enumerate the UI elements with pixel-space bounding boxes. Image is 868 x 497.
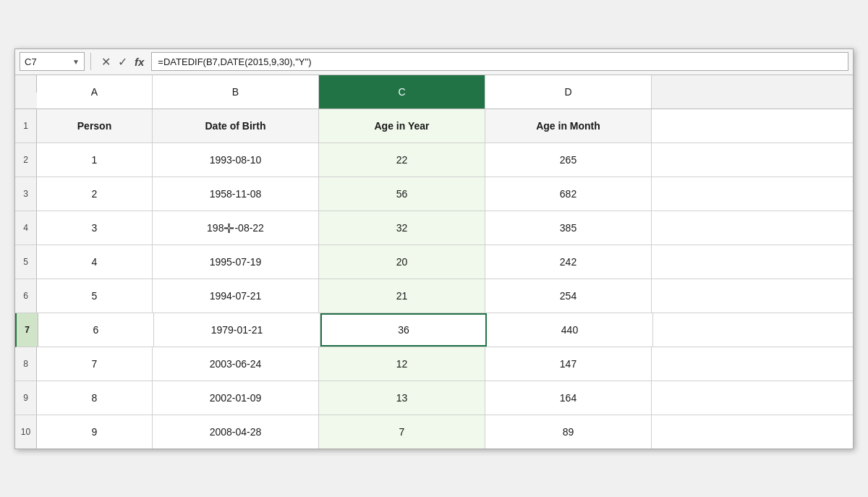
cell-d4[interactable]: 385 (485, 211, 652, 245)
data-row-2: 2 1 1993-08-10 22 265 (15, 143, 853, 177)
cell-d2[interactable]: 265 (485, 143, 652, 177)
excel-window: C7 ▼ ✕ ✓ fx A B C D 1 Person Date of Bir… (14, 48, 854, 449)
row-num-header (15, 75, 37, 93)
row-num-2: 2 (15, 143, 37, 177)
formula-bar-separator (90, 53, 91, 70)
cell-a6[interactable]: 5 (37, 279, 153, 313)
cell-b9[interactable]: 2002-01-09 (153, 381, 319, 415)
row-num-6: 6 (15, 279, 37, 313)
cell-d10[interactable]: 89 (485, 415, 652, 449)
cell-c3[interactable]: 56 (319, 177, 485, 211)
cell-b7[interactable]: 1979-01-21 (154, 313, 320, 347)
cell-d1[interactable]: Age in Month (485, 109, 652, 143)
cell-b6[interactable]: 1994-07-21 (153, 279, 319, 313)
cell-b5[interactable]: 1995-07-19 (153, 245, 319, 279)
confirm-icon[interactable]: ✓ (118, 55, 127, 69)
function-icon[interactable]: fx (135, 56, 144, 68)
cell-c5[interactable]: 20 (319, 245, 485, 279)
col-header-b[interactable]: B (153, 75, 319, 109)
cell-c1[interactable]: Age in Year (319, 109, 485, 143)
data-row-6: 6 5 1994-07-21 21 254 (15, 279, 853, 313)
cell-b10[interactable]: 2008-04-28 (153, 415, 319, 449)
cell-a2[interactable]: 1 (37, 143, 153, 177)
name-box[interactable]: C7 ▼ (20, 52, 85, 71)
cancel-icon[interactable]: ✕ (101, 55, 111, 69)
cell-b8[interactable]: 2003-06-24 (153, 347, 319, 381)
cell-d7[interactable]: 440 (487, 313, 653, 347)
cell-b3[interactable]: 1958-11-08 (153, 177, 319, 211)
col-headers: A B C D (15, 75, 853, 109)
row-num-5: 5 (15, 245, 37, 279)
cell-a7[interactable]: 6 (38, 313, 154, 347)
move-cursor-icon: ✛ (224, 221, 234, 237)
name-box-value: C7 (25, 56, 37, 67)
cell-a10[interactable]: 9 (37, 415, 153, 449)
cell-c10[interactable]: 7 (319, 415, 485, 449)
cell-a9[interactable]: 8 (37, 381, 153, 415)
formula-bar-icons: ✕ ✓ fx (101, 55, 144, 69)
cell-b1[interactable]: Date of Birth (153, 109, 319, 143)
data-row-9: 9 8 2002-01-09 13 164 (15, 381, 853, 415)
cell-b4-text: 198 (207, 222, 224, 234)
cell-d6[interactable]: 254 (485, 279, 652, 313)
row-num-1: 1 (15, 109, 37, 143)
row-num-8: 8 (15, 347, 37, 381)
col-header-a[interactable]: A (37, 75, 153, 109)
cell-b4-text2: -08-22 (234, 222, 263, 234)
col-header-d[interactable]: D (485, 75, 652, 109)
cell-b2[interactable]: 1993-08-10 (153, 143, 319, 177)
cell-a1[interactable]: Person (37, 109, 153, 143)
row-num-7: 7 (17, 313, 38, 347)
name-box-arrow[interactable]: ▼ (72, 58, 80, 66)
cell-d8[interactable]: 147 (485, 347, 652, 381)
spreadsheet-body: 1 Person Date of Birth Age in Year Age i… (15, 109, 853, 449)
data-row-7: 7 6 1979-01-21 36 440 (15, 313, 853, 347)
row-num-4: 4 (15, 211, 37, 245)
formula-bar: C7 ▼ ✕ ✓ fx (15, 49, 853, 75)
data-row-4: 4 3 198✛-08-22 32 385 (15, 211, 853, 245)
data-row-8: 8 7 2003-06-24 12 147 (15, 347, 853, 381)
cell-a8[interactable]: 7 (37, 347, 153, 381)
spreadsheet: A B C D 1 Person Date of Birth Age in Ye… (15, 75, 853, 449)
cell-d5[interactable]: 242 (485, 245, 652, 279)
cell-c7[interactable]: 36 (320, 313, 487, 347)
cell-d3[interactable]: 682 (485, 177, 652, 211)
col-header-c[interactable]: C (319, 75, 485, 109)
data-row-10: 10 9 2008-04-28 7 89 (15, 415, 853, 449)
formula-input[interactable] (151, 52, 848, 71)
cell-b4[interactable]: 198✛-08-22 (153, 211, 319, 245)
cell-c4[interactable]: 32 (319, 211, 485, 245)
cell-c6[interactable]: 21 (319, 279, 485, 313)
cell-c9[interactable]: 13 (319, 381, 485, 415)
row-num-3: 3 (15, 177, 37, 211)
cell-a5[interactable]: 4 (37, 245, 153, 279)
data-row-3: 3 2 1958-11-08 56 682 (15, 177, 853, 211)
row-num-10: 10 (15, 415, 37, 449)
header-row: 1 Person Date of Birth Age in Year Age i… (15, 109, 853, 143)
data-row-5: 5 4 1995-07-19 20 242 (15, 245, 853, 279)
cell-c2[interactable]: 22 (319, 143, 485, 177)
cell-a3[interactable]: 2 (37, 177, 153, 211)
cell-c8[interactable]: 12 (319, 347, 485, 381)
cell-a4[interactable]: 3 (37, 211, 153, 245)
row-num-9: 9 (15, 381, 37, 415)
cell-d9[interactable]: 164 (485, 381, 652, 415)
